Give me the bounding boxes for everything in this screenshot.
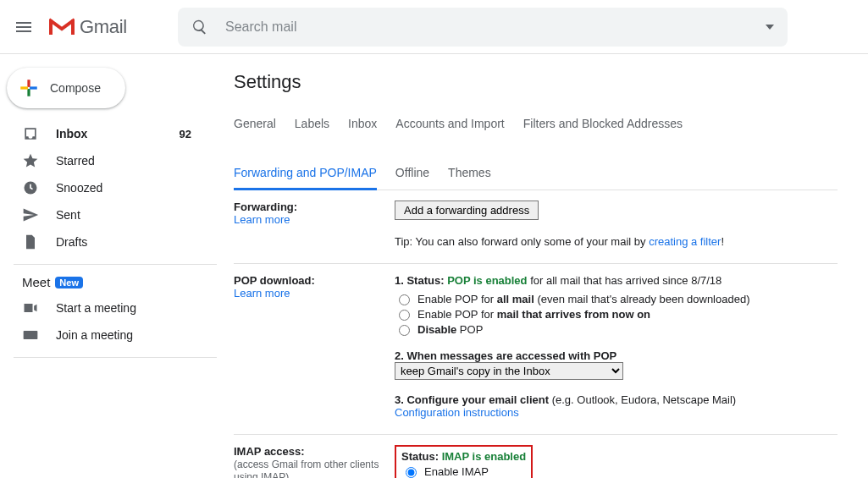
search-icon bbox=[191, 19, 208, 36]
svg-rect-3 bbox=[27, 80, 30, 87]
pop-section: POP download: Learn more 1. Status: POP … bbox=[234, 264, 838, 435]
tab-offline[interactable]: Offline bbox=[395, 157, 429, 190]
sidebar-item-label: Starred bbox=[56, 154, 217, 168]
forwarding-tip-text: Tip: You can also forward only some of y… bbox=[395, 235, 649, 248]
sidebar-item-label: Start a meeting bbox=[56, 301, 217, 315]
page-title: Settings bbox=[234, 71, 838, 93]
pop-status-value: POP is enabled bbox=[447, 274, 527, 287]
keyboard-icon bbox=[22, 327, 39, 343]
forwarding-learn-more-link[interactable]: Learn more bbox=[234, 213, 290, 226]
meet-section-title: MeetNew bbox=[0, 265, 217, 294]
new-badge: New bbox=[55, 277, 83, 288]
sidebar-item-drafts[interactable]: Drafts bbox=[0, 228, 217, 255]
video-icon bbox=[22, 299, 39, 316]
pop-option-all-radio[interactable] bbox=[399, 294, 410, 305]
search-options-caret-icon[interactable] bbox=[766, 25, 774, 30]
sidebar-item-label: Snoozed bbox=[56, 181, 217, 195]
compose-label: Compose bbox=[50, 81, 101, 95]
tab-themes[interactable]: Themes bbox=[448, 157, 491, 190]
settings-tabs: General Labels Inbox Accounts and Import… bbox=[234, 108, 838, 190]
pop-option-now-on-radio[interactable] bbox=[399, 310, 410, 321]
compose-button[interactable]: Compose bbox=[7, 68, 125, 108]
svg-rect-1 bbox=[49, 19, 53, 35]
menu-icon[interactable] bbox=[14, 17, 34, 37]
main-content: Settings General Labels Inbox Accounts a… bbox=[217, 54, 868, 478]
add-forwarding-address-button[interactable]: Add a forwarding address bbox=[395, 201, 539, 220]
sidebar-item-inbox[interactable]: Inbox 92 bbox=[0, 120, 217, 147]
pop-label: POP download: bbox=[234, 274, 315, 287]
file-icon bbox=[22, 234, 39, 250]
svg-rect-2 bbox=[71, 19, 75, 35]
sidebar-item-label: Sent bbox=[56, 208, 217, 222]
tab-forwarding[interactable]: Forwarding and POP/IMAP bbox=[234, 157, 377, 190]
sidebar-item-start-meeting[interactable]: Start a meeting bbox=[0, 294, 217, 321]
imap-status-value: IMAP is enabled bbox=[442, 450, 526, 463]
create-filter-link[interactable]: creating a filter bbox=[649, 235, 721, 248]
star-icon bbox=[22, 152, 39, 169]
imap-enable-radio[interactable] bbox=[406, 467, 417, 478]
sidebar-item-starred[interactable]: Starred bbox=[0, 147, 217, 174]
forwarding-section: Forwarding: Learn more Add a forwarding … bbox=[234, 190, 838, 264]
pop-learn-more-link[interactable]: Learn more bbox=[234, 287, 290, 299]
imap-sublabel: (access Gmail from other clients using I… bbox=[234, 459, 379, 478]
sidebar-item-snoozed[interactable]: Snoozed bbox=[0, 174, 217, 201]
tab-inbox[interactable]: Inbox bbox=[348, 108, 377, 139]
tab-accounts[interactable]: Accounts and Import bbox=[395, 108, 504, 139]
forwarding-label: Forwarding: bbox=[234, 201, 297, 213]
clock-icon bbox=[22, 179, 39, 196]
sidebar-item-label: Join a meeting bbox=[56, 328, 217, 342]
svg-rect-4 bbox=[27, 89, 30, 96]
app-name: Gmail bbox=[80, 16, 127, 38]
svg-rect-5 bbox=[20, 86, 28, 89]
sidebar-item-sent[interactable]: Sent bbox=[0, 201, 217, 228]
sidebar-item-label: Inbox bbox=[56, 127, 163, 140]
tab-labels[interactable]: Labels bbox=[295, 108, 329, 139]
sidebar: Compose Inbox 92 Starred Snoozed Sent Dr… bbox=[0, 54, 217, 478]
inbox-count: 92 bbox=[180, 128, 191, 140]
configuration-instructions-link[interactable]: Configuration instructions bbox=[395, 406, 519, 419]
search-bar[interactable] bbox=[178, 8, 788, 47]
imap-section: IMAP access: (access Gmail from other cl… bbox=[234, 435, 838, 478]
gmail-logo[interactable]: Gmail bbox=[49, 16, 127, 38]
sent-icon bbox=[22, 206, 39, 223]
imap-label: IMAP access: bbox=[234, 445, 305, 458]
app-header: Gmail bbox=[0, 0, 868, 54]
pop-action-select[interactable]: keep Gmail's copy in the Inbox bbox=[395, 362, 623, 380]
pop-option-disable-radio[interactable] bbox=[399, 325, 410, 336]
search-input[interactable] bbox=[224, 19, 774, 36]
sidebar-item-label: Drafts bbox=[56, 235, 217, 249]
inbox-icon bbox=[22, 125, 39, 142]
svg-rect-8 bbox=[24, 331, 38, 339]
tab-filters[interactable]: Filters and Blocked Addresses bbox=[523, 108, 683, 139]
plus-multicolor-icon bbox=[18, 77, 40, 99]
sidebar-item-join-meeting[interactable]: Join a meeting bbox=[0, 321, 217, 349]
divider bbox=[14, 357, 217, 358]
svg-rect-6 bbox=[30, 86, 37, 89]
imap-status-highlight: Status: IMAP is enabled Enable IMAP Disa… bbox=[395, 445, 533, 478]
tab-general[interactable]: General bbox=[234, 108, 276, 139]
